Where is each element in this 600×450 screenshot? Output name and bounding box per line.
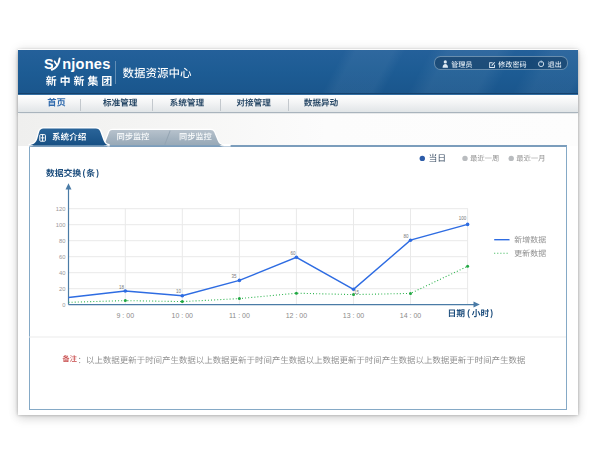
svg-text:14 : 00: 14 : 00: [400, 312, 422, 319]
svg-text:80: 80: [59, 238, 65, 244]
svg-text:9 : 00: 9 : 00: [117, 312, 135, 319]
svg-text:18: 18: [119, 285, 125, 290]
svg-text:10 : 00: 10 : 00: [172, 312, 194, 319]
svg-text:40: 40: [59, 270, 65, 276]
svg-text:120: 120: [56, 206, 66, 212]
svg-text:80: 80: [403, 234, 409, 239]
svg-text:35: 35: [231, 274, 237, 279]
svg-text:12 : 00: 12 : 00: [286, 312, 308, 319]
svg-text:60: 60: [59, 254, 65, 260]
svg-text:20: 20: [59, 286, 65, 292]
svg-text:100: 100: [459, 216, 467, 221]
svg-text:60: 60: [290, 251, 296, 256]
svg-text:11 : 00: 11 : 00: [229, 312, 250, 319]
svg-text:100: 100: [56, 222, 66, 228]
svg-text:13 : 00: 13 : 00: [343, 312, 365, 319]
svg-text:10: 10: [176, 289, 182, 294]
svg-text:0: 0: [62, 302, 65, 308]
svg-text:15: 15: [354, 290, 360, 295]
